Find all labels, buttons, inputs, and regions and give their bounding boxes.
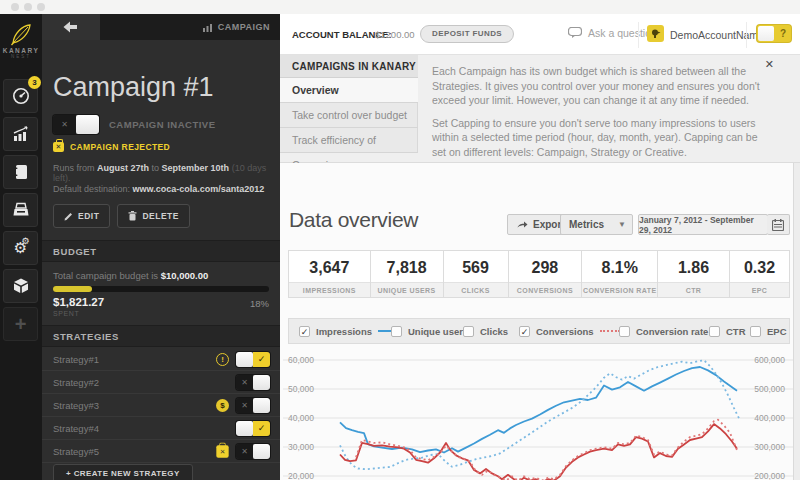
strategy-toggle[interactable]: ✕ [236,398,270,413]
date-range-field[interactable]: January 7, 2012 - September 29, 2012 [638,214,768,235]
feather-icon [9,22,33,46]
svg-text:200,000: 200,000 [754,471,785,480]
campaign-rejected-label: CAMPAIGN REJECTED [70,142,170,152]
budget-total-amount: $10,000.00 [161,270,209,281]
svg-text:60,000: 60,000 [288,355,314,365]
campaign-destination: Default destination: www.coca-cola.com/s… [53,184,264,194]
budget-progress-fill [53,286,92,292]
close-icon[interactable]: ✕ [765,58,774,71]
sidebar-item-settings[interactable]: ⚙ ⚙ [3,231,38,265]
strategy-row[interactable]: Strategy#4 ! $ ✕ ✓ [42,417,280,440]
edit-button[interactable]: EDIT [53,204,110,228]
campaign-dates: Runs from August 27th to September 10th … [53,163,280,183]
budget-section-header: BUDGET [42,240,280,262]
end-date: September 10th [162,163,230,173]
sidebar-item-statistics[interactable] [3,117,38,151]
toggle-off-icon: ✕ [53,115,76,134]
strategy-toggle[interactable]: ✕ [236,375,270,390]
delete-button[interactable]: DELETE [117,204,190,228]
account-topbar: ACCOUNT BALANCE: $1200.00 DEPOSIT FUNDS … [280,14,800,55]
kpi-clicks: 569CLICKS [444,251,509,297]
strategy-toggle[interactable]: ✓ [236,421,270,436]
tab-track-efficiency[interactable]: Track efficiency of Campaign [280,128,418,153]
kanary-logo: KANARY NEST [0,20,42,59]
sidebar-item-inbox[interactable] [3,193,38,227]
speech-bubble-icon [568,27,582,39]
calendar-icon [772,219,784,231]
strategy-row[interactable]: Strategy#1 ! $ ✕ ✓ [42,348,280,371]
strategy-row[interactable]: Strategy#3 ! $ ✕ ✕ [42,394,280,417]
data-overview-section: Data overview Export Metrics ▼ January 7… [280,163,800,480]
sidebar-item-notebook[interactable] [3,155,38,189]
window-close-icon[interactable] [11,3,19,11]
legend-conversion-rate[interactable]: ✓ Conversion rate [619,319,708,343]
budget-progressbar [53,286,269,292]
legend-epc[interactable]: ✓ EPC [750,319,787,343]
kpi-epc: 0.32EPC [730,251,789,297]
svg-text:20,000: 20,000 [288,471,314,480]
stats-icon [11,124,31,144]
deposit-funds-button[interactable]: DEPOSIT FUNDS [420,25,514,43]
gear-small-icon: ⚙ [21,236,29,246]
help-tabs: CAMPAIGNS IN KANARY Overview Take contro… [280,55,418,153]
rejected-icon: ✕ [216,445,228,457]
help-text: Each Campaign has its own budget which i… [432,64,762,159]
campaign-status-label: CAMPAIGN INACTIVE [109,119,216,130]
legend-clicks[interactable]: ✓ Clicks [463,319,508,343]
strategy-toggle[interactable]: ✓ [236,352,270,367]
window-zoom-icon[interactable] [37,3,45,11]
help-paragraph: Set Capping to ensure you don't serve to… [432,116,762,160]
app-window: KANARY NEST 3 [0,0,800,480]
sidebar-item-packages[interactable] [3,269,38,303]
toggle-knob [76,115,99,134]
back-button[interactable] [42,14,100,40]
kpi-impressions: 3,647IMPRESSIONS [289,251,371,297]
strategy-toggle[interactable]: ✕ [236,444,270,459]
money-icon: $ [216,399,229,412]
campaign-rejected-row: ✕ CAMPAIGN REJECTED [53,142,170,152]
kpi-row: 3,647IMPRESSIONS 7,818UNIQUE USERS 569CL… [288,250,790,298]
help-mode-toggle[interactable]: ? [757,25,791,42]
plus-icon: + [15,313,27,336]
sidebar-item-add[interactable]: + [3,307,38,341]
campaign-title: Campaign #1 [53,72,214,103]
start-date: August 27th [97,163,149,173]
date-range-value: January 7, 2012 - September 29, 2012 [639,215,767,235]
legend-ctr[interactable]: ✓ CTR [709,319,746,343]
tab-overview[interactable]: Overview [280,78,418,103]
metrics-dropdown[interactable]: Metrics ▼ [560,214,633,235]
legend-impressions[interactable]: ✓ Impressions [299,319,398,343]
pencil-icon [64,212,73,221]
bird-icon [650,28,661,39]
kpi-conversion-rate: 8.1%CONVERSION RATE [582,251,658,297]
svg-text:300,000: 300,000 [754,442,785,452]
tray-icon [11,200,31,220]
campaign-actions: EDIT DELETE [53,204,190,228]
svg-text:600,000: 600,000 [754,355,785,365]
strategy-row[interactable]: Strategy#5 ! $ ✕ ✕ [42,440,280,463]
budget-spent-percent: 18% [250,298,269,309]
brand-subname: NEST [0,54,42,59]
campaign-chart-icon [202,22,214,32]
campaign-active-toggle[interactable]: ✕ [53,115,99,134]
svg-text:30,000: 30,000 [288,442,314,452]
help-panel-title: CAMPAIGNS IN KANARY [280,55,418,78]
strategies-section-header: STRATEGIES [42,325,280,347]
window-minimize-icon[interactable] [24,3,32,11]
kpi-unique-users: 7,818UNIQUE USERS [371,251,444,297]
ask-question-link[interactable]: Ask a question [568,27,657,39]
account-name[interactable]: DemoAccountName [670,29,764,41]
legend-conversions[interactable]: ✓ Conversions [519,319,620,343]
calendar-button[interactable] [767,214,790,235]
strategy-row[interactable]: Strategy#2 ! $ ✕ ✕ [42,371,280,394]
chevron-down-icon: ▼ [612,220,632,229]
tab-take-control-over-budget[interactable]: Take control over budget [280,103,418,128]
sidebar-item-performance[interactable]: 3 [3,79,38,113]
notebook-icon [11,162,31,182]
question-mark-label: ? [775,25,791,42]
svg-text:50,000: 50,000 [288,384,314,394]
legend-unique-users[interactable]: ✓ Unique users [391,319,468,343]
create-strategy-button[interactable]: + CREATE NEW STRATEGY [53,464,193,480]
budget-total-line: Total campaign budget is $10,000.00 [53,270,208,281]
metrics-dropdown-label: Metrics [569,219,604,230]
